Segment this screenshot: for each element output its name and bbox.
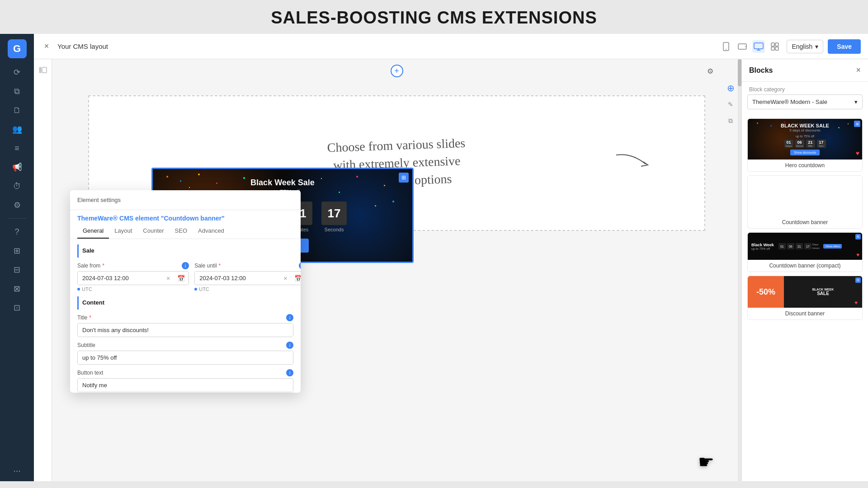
marketing-icon[interactable]: 📢 [9, 159, 26, 176]
sale-from-input[interactable] [78, 272, 163, 285]
discount-heart-icon: ♥ [854, 300, 858, 306]
sale-until-calendar-button[interactable]: 📅 [291, 275, 301, 282]
svg-rect-10 [42, 67, 47, 73]
utc-dot2 [194, 288, 197, 291]
table1-icon[interactable]: ⊟ [9, 261, 26, 278]
sale-from-info-icon[interactable]: i [182, 262, 189, 269]
table3-icon[interactable]: ⊡ [9, 299, 26, 316]
canvas-edit-icon[interactable]: ✎ [724, 98, 737, 111]
hero-hours: 06Hours [795, 140, 804, 148]
tab-advanced[interactable]: Advanced [193, 224, 230, 239]
sale-until-input-wrapper: × 📅 [194, 271, 301, 285]
hero-countdown-block[interactable]: ⊞ BLACK WEEK SALE 5 days of discounts up… [747, 118, 863, 172]
sidebar-more[interactable]: ··· [13, 465, 21, 476]
sale-dates-row: Sale from * i × 📅 [77, 262, 293, 292]
canvas-settings-button[interactable]: ⚙ [704, 65, 717, 77]
table2-icon[interactable]: ⊠ [9, 280, 26, 297]
cn-sec: 17 [804, 243, 811, 249]
tab-counter[interactable]: Counter [137, 224, 169, 239]
subtitle-input[interactable] [78, 351, 293, 364]
desktop-view-button[interactable] [752, 40, 765, 53]
sale-until-utc: UTC [194, 286, 301, 292]
subtitle-group: Subtitle i [77, 342, 293, 365]
device-switcher [720, 40, 781, 53]
countdown-banner-block[interactable]: Countdown banner [747, 175, 863, 229]
discount-banner-block[interactable]: ⊞ -50% BLACK WEEK SALE ♥ Discount banner [747, 276, 863, 320]
discount-banner-image: ⊞ -50% BLACK WEEK SALE ♥ [748, 276, 862, 308]
hero-days: 01Days [784, 140, 793, 148]
preview-corner-icon: ⊞ [399, 173, 409, 183]
countdown-compact-image: ⊞ Black Week up to 75% off 01 06 21 17 [748, 233, 862, 260]
sale-from-calendar-button[interactable]: 📅 [174, 275, 189, 282]
title-input[interactable] [78, 324, 293, 337]
editor-area: + ⚙ Choose from various slideswith extre… [34, 59, 868, 481]
canvas-scrollbar[interactable] [738, 59, 741, 481]
title-info-icon[interactable]: i [286, 314, 293, 321]
countdown-compact-block[interactable]: ⊞ Black Week up to 75% off 01 06 21 17 [747, 232, 863, 272]
sidebar-logo[interactable]: G [8, 39, 27, 58]
hero-seconds: 17Sec [817, 140, 826, 148]
add-block-button[interactable]: + [391, 65, 403, 77]
pages-icon[interactable]: 🗋 [9, 102, 26, 119]
button-text-info-icon[interactable]: i [286, 369, 293, 376]
grid-icon[interactable]: ⊞ [9, 242, 26, 259]
sale-until-clear-button[interactable]: × [280, 275, 291, 282]
toolbar: × Your CMS layout English ▾ [34, 34, 868, 59]
compact-text: Black Week up to 75% off [751, 243, 774, 250]
close-button[interactable]: × [41, 41, 52, 52]
canvas-add-icon[interactable]: ⊕ [724, 82, 737, 94]
users-icon[interactable]: 👥 [9, 121, 26, 138]
mobile-view-button[interactable] [720, 40, 732, 53]
discount-percent: -50% [748, 276, 784, 308]
button-text-input[interactable] [78, 379, 293, 392]
sale-from-clear-button[interactable]: × [163, 275, 174, 282]
blocks-panel: Blocks × Block category ThemeWare® Moder… [741, 59, 868, 481]
dashboard-icon[interactable]: ⟳ [9, 64, 26, 81]
tablet-view-button[interactable] [736, 40, 749, 53]
list-icon[interactable]: ≡ [9, 140, 26, 157]
page-main-title: SALES-BOOSTING CMS EXTENSIONS [0, 8, 868, 28]
sale-until-info-icon[interactable]: i [299, 262, 301, 269]
cursor-overlay: ☛ [698, 451, 714, 472]
canvas-layers-icon[interactable]: ⧉ [724, 114, 737, 127]
tab-seo[interactable]: SEO [170, 224, 193, 239]
scrollbar-thumb[interactable] [738, 59, 741, 86]
help-icon[interactable]: ? [9, 223, 26, 240]
cn-days: 01 [778, 243, 786, 249]
tab-layout[interactable]: Layout [109, 224, 137, 239]
seconds-value: 17 [321, 202, 347, 225]
sale-section-label: Sale [77, 244, 293, 258]
main-wrapper: G ⟳ ⧉ 🗋 👥 ≡ 📢 ⏱ ⚙ ? ⊞ ⊟ ⊠ ⊡ ··· × Your C… [0, 34, 868, 481]
settings-icon[interactable]: ⚙ [9, 197, 26, 214]
tab-general[interactable]: General [77, 224, 109, 239]
sale-until-input[interactable] [195, 272, 280, 285]
save-button[interactable]: Save [828, 39, 861, 54]
sidebar-toggle-icon[interactable] [37, 64, 49, 76]
hero-countdown-label: Hero countdown [748, 160, 862, 171]
timer-icon[interactable]: ⏱ [9, 178, 26, 195]
block-category-select[interactable]: ThemeWare® Modern - Sale ▾ [747, 94, 863, 109]
seconds-counter: 17 Seconds [321, 202, 347, 232]
grid-view-button[interactable] [769, 40, 781, 53]
sale-from-group: Sale from * i × 📅 [77, 262, 189, 292]
subtitle-input-wrapper [77, 351, 293, 365]
editor-left-strip [34, 59, 52, 481]
hero-countdown-image: ⊞ BLACK WEEK SALE 5 days of discounts up… [748, 119, 862, 160]
layers-icon[interactable]: ⧉ [9, 83, 26, 100]
hero-block-title: BLACK WEEK SALE [781, 123, 829, 128]
blocks-close-button[interactable]: × [856, 66, 861, 75]
arrow-decoration [614, 150, 650, 178]
sidebar: G ⟳ ⧉ 🗋 👥 ≡ 📢 ⏱ ⚙ ? ⊞ ⊟ ⊠ ⊡ ··· [0, 34, 34, 481]
blocks-list: ⊞ BLACK WEEK SALE 5 days of discounts up… [742, 115, 868, 481]
subtitle-info-icon[interactable]: i [286, 342, 293, 349]
toolbar-right: English ▾ Save [787, 39, 861, 54]
layout-title: Your CMS layout [57, 42, 714, 50]
language-selector[interactable]: English ▾ [787, 40, 823, 53]
discount-text: BLACK WEEK SALE [784, 276, 862, 308]
category-value: ThemeWare® Modern - Sale [752, 99, 827, 105]
hero-heart-icon: ♥ [856, 150, 859, 157]
sidebar-divider [8, 218, 26, 219]
top-banner: SALES-BOOSTING CMS EXTENSIONS [0, 0, 868, 34]
language-label: English [792, 43, 812, 50]
title-label: Title * i [77, 314, 293, 321]
